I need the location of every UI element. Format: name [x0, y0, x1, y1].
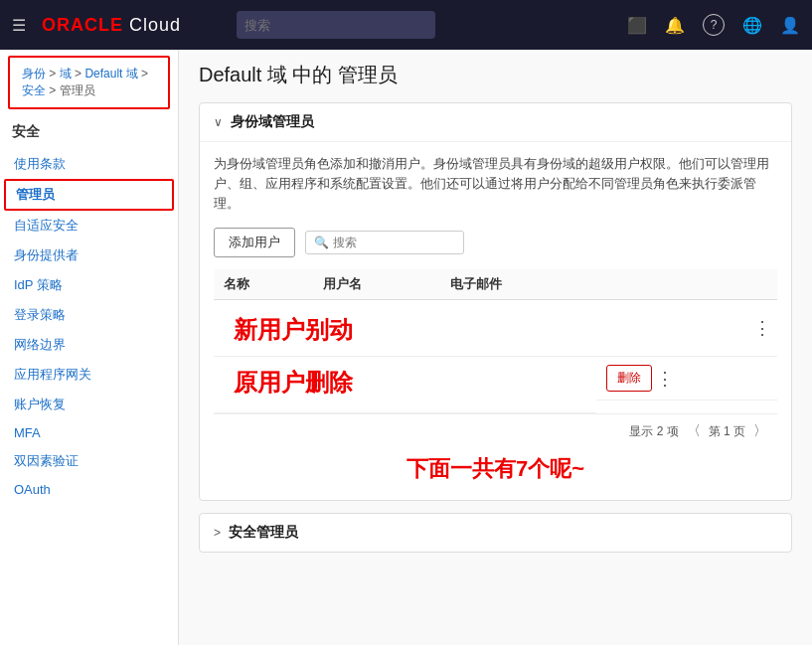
row1-menu-button[interactable]: ⋮: [753, 317, 771, 339]
globe-icon[interactable]: 🌐: [742, 16, 762, 35]
sidebar-item-idp-policy[interactable]: IdP 策略: [0, 270, 178, 300]
sidebar-item-idp[interactable]: 身份提供者: [0, 241, 178, 270]
table-row: 原用户删除 删除 ⋮: [214, 357, 777, 413]
next-page-button[interactable]: 〉: [753, 422, 767, 440]
pagination-page: 第 1 页: [709, 423, 745, 440]
table-row: 新用户别动 ⋮: [214, 300, 777, 357]
identity-admin-card-body: 为身份域管理员角色添加和撤消用户。身份域管理员具有身份域的超级用户权限。他们可以…: [200, 142, 791, 500]
row2-actions: 删除 ⋮: [596, 357, 778, 401]
logo-text: ORACLE Cloud: [42, 15, 181, 36]
col-name: 名称: [214, 269, 313, 300]
bottom-annotation: 下面一共有7个呢~: [214, 454, 777, 484]
breadcrumb: 身份 > 域 > Default 域 > 安全 > 管理员: [8, 56, 170, 109]
main-content: Default 域 中的 管理员 ∨ 身份域管理员 为身份域管理员角色添加和撤消…: [179, 50, 812, 645]
col-email: 电子邮件: [440, 269, 595, 300]
header-search-area: [237, 11, 535, 39]
help-icon[interactable]: ?: [703, 14, 725, 36]
old-user-annotation: 原用户删除: [224, 365, 586, 404]
bell-icon[interactable]: 🔔: [665, 16, 685, 35]
sidebar-item-2fa[interactable]: 双因素验证: [0, 446, 178, 476]
sidebar-item-account-recovery[interactable]: 账户恢复: [0, 390, 178, 419]
row2-menu-button[interactable]: ⋮: [656, 368, 674, 390]
security-admin-card: > 安全管理员: [199, 513, 792, 553]
add-user-button[interactable]: 添加用户: [214, 228, 295, 257]
cloud-text: Cloud: [129, 15, 181, 35]
search-icon: 🔍: [314, 236, 329, 249]
page-title: Default 域 中的 管理员: [199, 62, 792, 88]
new-user-annotation: 新用户别动: [224, 308, 586, 348]
identity-admin-card: ∨ 身份域管理员 为身份域管理员角色添加和撤消用户。身份域管理员具有身份域的超级…: [199, 102, 792, 501]
security-admin-title: 安全管理员: [229, 524, 298, 542]
identity-admin-title: 身份域管理员: [231, 113, 314, 131]
search-box: 🔍: [305, 231, 464, 254]
breadcrumb-security[interactable]: 安全: [22, 83, 46, 97]
header-icon-group: ⬛ 🔔 ? 🌐 👤: [627, 14, 800, 36]
breadcrumb-identity[interactable]: 身份: [22, 67, 46, 81]
prev-page-button[interactable]: 〈: [687, 422, 701, 440]
sidebar-item-admin[interactable]: 管理员: [4, 179, 174, 211]
row2-annotation: 原用户删除: [214, 357, 596, 413]
security-admin-card-header[interactable]: > 安全管理员: [200, 514, 791, 552]
app-logo: ORACLE Cloud: [42, 15, 181, 36]
sidebar-item-terms[interactable]: 使用条款: [0, 149, 178, 179]
sidebar-item-app-gateway[interactable]: 应用程序网关: [0, 360, 178, 390]
row1-annotation: 新用户别动: [214, 300, 596, 357]
sidebar-item-network[interactable]: 网络边界: [0, 330, 178, 360]
row1-actions: ⋮: [596, 300, 778, 357]
page-title-text: Default 域 中的 管理员: [199, 64, 398, 85]
user-avatar[interactable]: 👤: [780, 16, 800, 35]
chevron-down-icon: ∨: [214, 115, 223, 129]
sidebar-item-adaptive[interactable]: 自适应安全: [0, 211, 178, 241]
hamburger-button[interactable]: ☰: [12, 16, 26, 35]
toolbar: 添加用户 🔍: [214, 228, 777, 257]
body-layout: 身份 > 域 > Default 域 > 安全 > 管理员 安全 使用条款 管理…: [0, 50, 812, 645]
table-header-row: 名称 用户名 电子邮件: [214, 269, 777, 300]
chevron-right-icon: >: [214, 526, 221, 540]
user-table-container: 名称 用户名 电子邮件 新用户别动: [214, 269, 777, 448]
sidebar: 身份 > 域 > Default 域 > 安全 > 管理员 安全 使用条款 管理…: [0, 50, 179, 645]
breadcrumb-default-domain[interactable]: Default 域: [84, 67, 137, 81]
col-actions: [596, 269, 778, 300]
user-table: 名称 用户名 电子邮件 新用户别动: [214, 269, 777, 413]
oracle-word: ORACLE: [42, 15, 123, 35]
delete-button[interactable]: 删除: [606, 365, 652, 392]
sidebar-item-mfa[interactable]: MFA: [0, 419, 178, 446]
breadcrumb-admin: 管理员: [60, 83, 95, 97]
breadcrumb-domain[interactable]: 域: [60, 67, 72, 81]
sidebar-section-title: 安全: [0, 115, 178, 145]
screen-icon[interactable]: ⬛: [627, 16, 647, 35]
header: ☰ ORACLE Cloud ⬛ 🔔 ? 🌐 👤: [0, 0, 812, 50]
pagination-info: 显示 2 项: [629, 423, 678, 440]
header-search-input[interactable]: [237, 11, 435, 39]
col-username: 用户名: [313, 269, 440, 300]
sidebar-nav: 使用条款 管理员 自适应安全 身份提供者 IdP 策略 登录策略 网络边界 应用…: [0, 145, 178, 507]
pagination: 显示 2 项 〈 第 1 页 〉: [214, 413, 777, 448]
search-input[interactable]: [333, 236, 452, 249]
identity-admin-card-header[interactable]: ∨ 身份域管理员: [200, 103, 791, 142]
sidebar-item-login-policy[interactable]: 登录策略: [0, 300, 178, 330]
identity-admin-description: 为身份域管理员角色添加和撤消用户。身份域管理员具有身份域的超级用户权限。他们可以…: [214, 154, 777, 214]
sidebar-item-oauth[interactable]: OAuth: [0, 476, 178, 503]
